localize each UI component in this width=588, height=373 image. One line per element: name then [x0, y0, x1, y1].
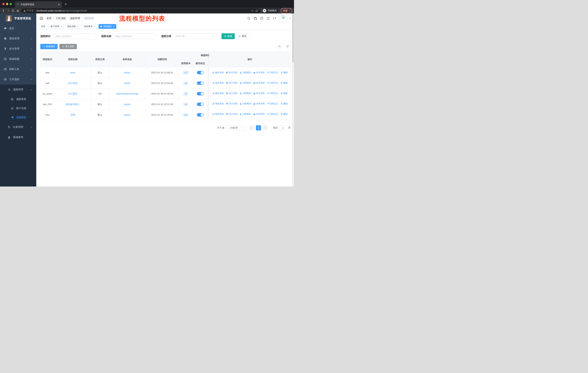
close-icon[interactable]: ✕ [94, 25, 95, 28]
window-controls[interactable] [0, 3, 15, 8]
tab-close-icon[interactable]: ✕ [58, 3, 60, 6]
active-toggle[interactable] [197, 102, 204, 106]
action-设计流程[interactable]: 设计流程 [226, 102, 238, 105]
form-text[interactable]: biubiu [124, 82, 130, 84]
import-process-button[interactable]: 导入流程 [59, 44, 77, 49]
active-toggle[interactable] [197, 81, 204, 85]
action-删除[interactable]: 删除 [281, 112, 288, 116]
form-text[interactable]: biubiu [124, 103, 130, 106]
browser-menu-icon[interactable] [289, 10, 290, 12]
breadcrumb-process-manage[interactable]: 流程管理 [70, 17, 80, 20]
name-text[interactable]: eeee [70, 71, 75, 74]
sidebar-item-system[interactable]: 系统管理 [0, 33, 36, 44]
action-设计流程[interactable]: 设计流程 [226, 112, 238, 116]
tag-我的流程[interactable]: 我的流程✕ [65, 24, 80, 29]
search-button[interactable]: 搜索 [221, 33, 235, 39]
tag-流程模型[interactable]: 流程模型✕ [99, 24, 116, 29]
tag-流程表单[interactable]: 流程表单✕ [82, 24, 97, 29]
action-删除[interactable]: 删除 [281, 81, 288, 84]
action-流程定义[interactable]: 流程定义 [267, 92, 279, 95]
tag-租户管理[interactable]: 租户管理✕ [49, 24, 64, 29]
active-toggle[interactable] [197, 92, 204, 95]
active-toggle[interactable] [197, 113, 204, 117]
new-tab-button[interactable]: + [65, 2, 67, 6]
toggle-search-icon[interactable] [277, 43, 283, 49]
help-icon[interactable] [260, 17, 263, 20]
home-icon[interactable] [16, 9, 19, 12]
form-text[interactable]: biubiu [124, 71, 130, 74]
action-设计流程[interactable]: 设计流程 [226, 81, 238, 84]
font-size-icon[interactable] [273, 17, 276, 20]
name-text[interactable]: 自己审批 [68, 81, 77, 85]
active-toggle[interactable] [197, 71, 204, 74]
sidebar-item-process-form[interactable]: 流程表单 [0, 95, 36, 104]
sidebar-item-devtools[interactable]: 研发工具 [0, 64, 36, 74]
action-修改流程[interactable]: 修改流程 [212, 71, 224, 74]
action-修改流程[interactable]: 修改流程 [212, 102, 224, 105]
bookmark-star-icon[interactable] [255, 9, 258, 12]
minimize-window-button[interactable] [6, 3, 8, 5]
forward-icon[interactable] [7, 9, 10, 12]
action-流程定义[interactable]: 流程定义 [267, 71, 279, 74]
create-process-button[interactable]: 新建流程 [40, 44, 58, 49]
version-badge[interactable]: v21 [183, 113, 189, 117]
password-key-icon[interactable] [251, 9, 254, 12]
breadcrumb-home[interactable]: 首页 [46, 17, 52, 20]
filter-category-select[interactable]: 流程分类 [173, 33, 217, 39]
sidebar-item-workflow[interactable]: 工作流程 [0, 74, 36, 84]
action-修改流程[interactable]: 修改流程 [212, 92, 224, 95]
action-发布流程[interactable]: 发布流程 [253, 102, 265, 105]
prev-page-button[interactable] [249, 125, 254, 131]
action-删除[interactable]: 删除 [281, 102, 288, 105]
close-icon[interactable]: ✕ [77, 25, 79, 28]
name-text[interactable]: 滔博 [70, 113, 75, 117]
version-badge[interactable]: v2 [183, 81, 189, 85]
action-修改流程[interactable]: 修改流程 [212, 81, 224, 84]
action-发布流程[interactable]: 发布流程 [253, 92, 265, 95]
reset-button[interactable]: 重置 [237, 33, 248, 39]
avatar-caret-icon[interactable] [289, 17, 291, 20]
reload-icon[interactable] [12, 9, 15, 12]
close-window-button[interactable] [2, 3, 5, 5]
fullscreen-icon[interactable] [266, 17, 270, 20]
close-icon[interactable]: ✕ [60, 25, 62, 28]
action-发布流程[interactable]: 发布流程 [253, 81, 265, 84]
action-设计流程[interactable]: 设计流程 [226, 92, 238, 95]
action-流程定义[interactable]: 流程定义 [267, 112, 279, 116]
action-设计流程[interactable]: 设计流程 [226, 71, 238, 74]
sidebar-item-task-manage[interactable]: 任务管理 [0, 122, 36, 132]
action-分配规则[interactable]: 分配规则 [240, 102, 251, 105]
filter-key-input[interactable] [53, 33, 96, 39]
action-发布流程[interactable]: 发布流程 [253, 71, 265, 74]
next-page-button[interactable] [263, 125, 268, 131]
sidebar-item-process-model[interactable]: 流程模型 [0, 113, 36, 122]
name-text[interactable]: 测试多审批人 [66, 103, 80, 106]
close-icon[interactable]: ✕ [113, 25, 115, 28]
version-badge[interactable]: v5 [183, 92, 189, 96]
action-删除[interactable]: 删除 [281, 71, 288, 74]
action-分配规则[interactable]: 分配规则 [240, 71, 251, 74]
action-分配规则[interactable]: 分配规则 [240, 92, 251, 95]
sidebar-item-user-group[interactable]: 用户分组 [0, 104, 36, 113]
back-icon[interactable] [2, 9, 5, 12]
action-删除[interactable]: 删除 [281, 92, 288, 95]
action-分配规则[interactable]: 分配规则 [240, 112, 251, 116]
version-badge[interactable]: v17 [183, 71, 189, 74]
update-button[interactable]: 更新 [281, 8, 292, 13]
form-text[interactable]: biubiu [124, 113, 130, 116]
goto-page-input[interactable] [279, 125, 287, 131]
security-warning[interactable]: 不安全 [23, 9, 34, 12]
scrollbar-thumb[interactable] [292, 14, 294, 62]
form-text[interactable]: /bpm/oa/leave/create [116, 92, 138, 95]
sidebar-item-infra[interactable]: 基础设施 [0, 54, 36, 64]
action-分配规则[interactable]: 分配规则 [240, 81, 251, 84]
sidebar-item-payment[interactable]: ¥支付管理 [0, 44, 36, 54]
github-icon[interactable] [253, 17, 257, 20]
browser-tab[interactable]: 芋道管理系统 ✕ [15, 1, 62, 8]
name-text[interactable]: OA 请假 [68, 92, 77, 95]
search-icon[interactable] [247, 17, 251, 20]
current-page-button[interactable]: 1 [256, 125, 261, 131]
url-bar[interactable]: 不安全 dashboard.yudao.iocoder.cn/bpm/manag… [21, 8, 260, 13]
page-size-select[interactable]: 10条/页 [227, 125, 245, 131]
action-流程定义[interactable]: 流程定义 [267, 102, 279, 105]
